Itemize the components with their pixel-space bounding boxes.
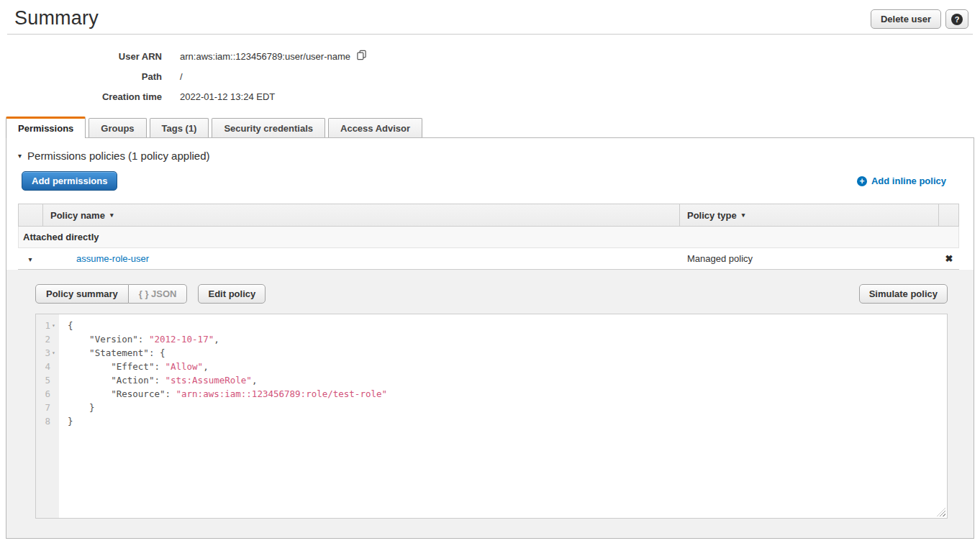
row-expander-caret-icon: ▾ [28, 255, 32, 263]
user-arn-row: User ARN arn:aws:iam::123456789:user/use… [0, 46, 980, 66]
editor-code-area[interactable]: { "Version": "2012-10-17", "Statement": … [59, 314, 947, 518]
policy-name-link[interactable]: assume-role-user [76, 253, 149, 264]
tab-security-credentials[interactable]: Security credentials [212, 118, 325, 137]
policy-view-segmented-control: Policy summary { } JSON [35, 284, 187, 304]
code-line: "Effect": "Allow", [68, 360, 947, 373]
simulate-policy-button[interactable]: Simulate policy [859, 284, 948, 304]
editor-gutter: 1▾ 2 3▾ 4 5 6 7 8 [36, 314, 59, 518]
policy-detail-toolbar: Policy summary { } JSON Edit policy Simu… [35, 284, 948, 304]
line-number: 6 [45, 387, 50, 401]
user-arn-label: User ARN [0, 51, 180, 62]
user-arn-value: arn:aws:iam::123456789:user/user-name [180, 50, 367, 63]
code-line: "Statement": { [68, 346, 947, 360]
policy-name-header-label: Policy name [50, 210, 105, 221]
fold-caret-icon[interactable]: ▾ [50, 319, 57, 332]
line-number: 2 [45, 332, 50, 346]
creation-time-value: 2022-01-12 13:24 EDT [180, 91, 275, 102]
actions-column-header [938, 204, 958, 226]
add-inline-policy-link[interactable]: + Add inline policy [857, 176, 946, 186]
line-number: 3 [45, 346, 50, 360]
help-icon: ? [951, 14, 963, 25]
policy-table: Policy name ▾ Policy type ▾ Attached dir… [18, 204, 959, 270]
tab-permissions[interactable]: Permissions [6, 117, 86, 138]
line-number: 5 [45, 373, 50, 387]
remove-policy-icon[interactable]: ✖ [945, 253, 953, 264]
row-expand-toggle[interactable]: ▾ [18, 253, 42, 264]
permissions-tab-panel: ▾ Permissions policies (1 policy applied… [6, 137, 974, 539]
add-permissions-button[interactable]: Add permissions [22, 171, 117, 191]
policy-type-cell: Managed policy [680, 253, 939, 264]
line-number: 7 [45, 401, 50, 414]
code-line: } [68, 414, 947, 428]
line-number: 4 [45, 360, 50, 373]
line-number: 8 [45, 414, 50, 428]
permissions-policies-title: Permissions policies (1 policy applied) [27, 150, 209, 162]
line-number: 1 [45, 319, 50, 332]
policy-summary-button[interactable]: Policy summary [35, 284, 129, 304]
page-title: Summary [14, 7, 961, 29]
policy-detail-panel: Policy summary { } JSON Edit policy Simu… [6, 270, 974, 538]
edit-policy-button[interactable]: Edit policy [198, 284, 266, 304]
policy-name-column-header[interactable]: Policy name ▾ [43, 204, 679, 226]
copy-icon[interactable] [356, 50, 367, 63]
policy-type-column-header[interactable]: Policy type ▾ [679, 204, 938, 226]
delete-user-button[interactable]: Delete user [871, 9, 941, 29]
tab-access-advisor[interactable]: Access Advisor [328, 118, 422, 137]
iam-user-summary-page: Summary Delete user ? User ARN arn:aws:i… [0, 0, 980, 539]
user-info: User ARN arn:aws:iam::123456789:user/use… [0, 46, 980, 106]
permissions-toolbar: Add permissions + Add inline policy [22, 171, 962, 191]
user-arn-text: arn:aws:iam::123456789:user/user-name [180, 51, 350, 62]
policy-row: ▾ assume-role-user Managed policy ✖ [18, 248, 959, 270]
permissions-policies-section-header: ▾ Permissions policies (1 policy applied… [6, 138, 974, 162]
code-line: "Action": "sts:AssumeRole", [68, 373, 947, 387]
policy-table-header: Policy name ▾ Policy type ▾ [18, 204, 959, 227]
tab-tags[interactable]: Tags (1) [150, 118, 209, 137]
policy-type-header-label: Policy type [687, 210, 737, 221]
creation-time-label: Creation time [0, 91, 180, 102]
policy-name-cell: assume-role-user [42, 253, 680, 264]
code-line: } [68, 401, 947, 414]
creation-time-row: Creation time 2022-01-12 13:24 EDT [0, 86, 980, 106]
attached-directly-group-row: Attached directly [18, 227, 959, 248]
attached-directly-label: Attached directly [23, 232, 99, 242]
add-inline-policy-label: Add inline policy [871, 176, 946, 186]
help-button[interactable]: ? [945, 9, 968, 29]
code-line: "Version": "2012-10-17", [68, 332, 947, 346]
tab-groups[interactable]: Groups [89, 118, 146, 137]
sort-caret-icon: ▾ [110, 211, 114, 219]
section-collapse-icon[interactable]: ▾ [18, 152, 22, 160]
path-row: Path / [0, 66, 980, 86]
code-line: "Resource": "arn:aws:iam::123456789:role… [68, 387, 947, 401]
code-line: { [68, 319, 947, 332]
tab-strip: Permissions Groups Tags (1) Security cre… [0, 117, 980, 137]
plus-icon: + [857, 176, 867, 186]
header-actions: Delete user ? [871, 9, 968, 29]
path-label: Path [0, 71, 180, 82]
policy-json-editor[interactable]: 1▾ 2 3▾ 4 5 6 7 8 { "Version": "2012-10-… [35, 314, 948, 519]
expander-column-header [19, 204, 43, 226]
fold-caret-icon[interactable]: ▾ [50, 346, 57, 360]
path-value: / [180, 71, 183, 82]
sort-caret-icon: ▾ [742, 211, 745, 219]
policy-remove-cell: ✖ [939, 253, 959, 264]
page-header: Summary Delete user ? [7, 0, 973, 35]
json-view-button[interactable]: { } JSON [129, 284, 188, 304]
